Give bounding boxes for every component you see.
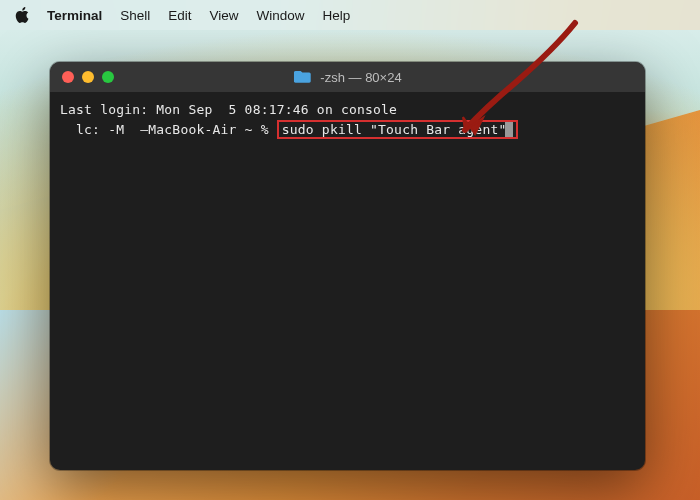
folder-icon [293,69,310,86]
highlighted-command: sudo pkill "Touch Bar agent" [277,120,519,139]
menubar-window[interactable]: Window [257,8,305,23]
menubar-edit[interactable]: Edit [168,8,191,23]
close-button[interactable] [62,71,74,83]
window-titlebar[interactable]: -zsh — 80×24 [50,62,645,92]
terminal-cursor [505,122,513,137]
terminal-prompt: lc: -M —MacBook-Air ~ % [60,122,277,137]
traffic-lights [62,71,114,83]
menubar-shell[interactable]: Shell [120,8,150,23]
window-title: -zsh — 80×24 [320,70,401,85]
apple-menu-icon[interactable] [14,6,29,24]
maximize-button[interactable] [102,71,114,83]
minimize-button[interactable] [82,71,94,83]
menubar-app-name[interactable]: Terminal [47,8,102,23]
terminal-window[interactable]: -zsh — 80×24 Last login: Mon Sep 5 08:17… [50,62,645,470]
terminal-output-line: Last login: Mon Sep 5 08:17:46 on consol… [60,100,635,120]
menubar-view[interactable]: View [210,8,239,23]
menubar: Terminal Shell Edit View Window Help [0,0,700,30]
terminal-prompt-line: lc: -M —MacBook-Air ~ % sudo pkill "Touc… [60,120,635,140]
terminal-body[interactable]: Last login: Mon Sep 5 08:17:46 on consol… [50,92,645,147]
terminal-command: sudo pkill "Touch Bar agent" [282,122,507,137]
window-title-container: -zsh — 80×24 [293,69,401,86]
menubar-help[interactable]: Help [323,8,351,23]
